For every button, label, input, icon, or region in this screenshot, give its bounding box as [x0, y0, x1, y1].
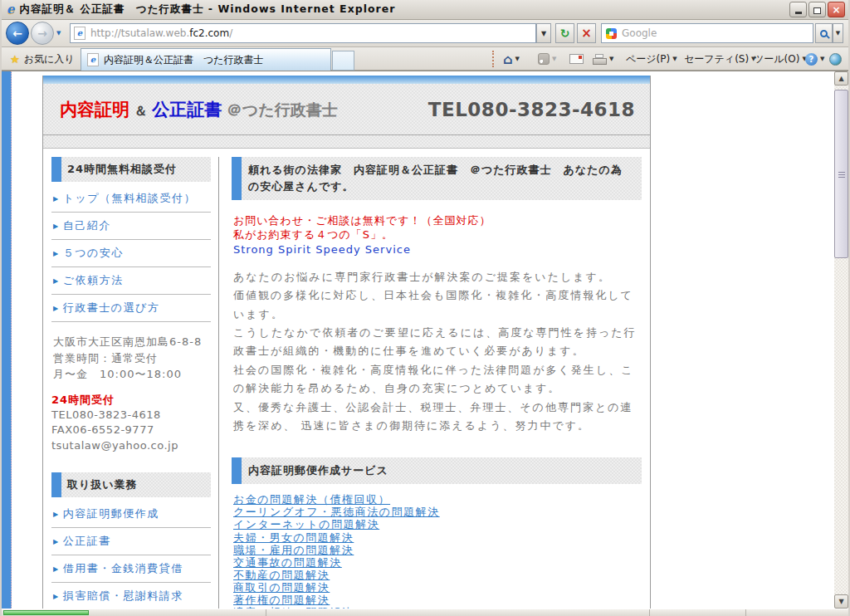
- window-title: 内容証明＆ 公正証書 つた行政書士 - Windows Internet Exp…: [20, 2, 396, 17]
- intro-header: 頼れる街の法律家 内容証明＆公正証書 ＠つた行政書士 あなたの為の安心屋さんです…: [232, 157, 642, 200]
- tools-menu-button[interactable]: ツール(O)▼: [754, 50, 807, 68]
- navigation-toolbar: ← → ▼ e http://tsutalaw.web.fc2.com/ ▼ ↻…: [2, 20, 848, 47]
- site-title-gray: ＠つた行政書士: [227, 100, 338, 119]
- globe-icon: [829, 53, 842, 66]
- help-dropdown-icon[interactable]: ▼: [820, 56, 824, 62]
- search-placeholder: Google: [622, 27, 657, 39]
- page-favicon-icon: e: [74, 27, 85, 40]
- page-viewport: 内容証明 ＆ 公正証書 ＠つた行政書士 TEL080-3823-4618 24時…: [2, 71, 848, 609]
- restore-icon: [813, 7, 821, 14]
- arrow-icon: ▶: [53, 277, 60, 285]
- arrow-icon: ▶: [53, 250, 60, 257]
- back-button[interactable]: ←: [6, 22, 29, 45]
- history-dropdown-icon[interactable]: ▼: [56, 30, 61, 37]
- star-icon: ★: [10, 53, 20, 66]
- refresh-button[interactable]: ↻: [555, 23, 574, 43]
- page-menu-label: ページ(P): [626, 52, 670, 66]
- appeal-line1: お問い合わせ・ご相談は無料です！（全国対応）: [233, 214, 642, 227]
- back-icon: ←: [12, 27, 22, 40]
- sidebar-section2-header: 取り扱い業務: [51, 472, 211, 497]
- home-dropdown-icon[interactable]: ▼: [515, 56, 519, 62]
- print-dropdown-icon[interactable]: ▼: [609, 56, 613, 62]
- always-open-label: 24時間受付: [51, 393, 211, 408]
- service-link-list: お金の問題解決（債権回収） クーリングオフ・悪徳商法の問題解決 インターネットの…: [233, 493, 642, 609]
- new-tab-button[interactable]: [332, 51, 354, 71]
- sidebar-section1-header: 24時間無料相談受付: [51, 157, 211, 182]
- home-button[interactable]: ⌂▼: [503, 50, 520, 68]
- search-input[interactable]: Google: [601, 23, 813, 43]
- scrollbar-grip-icon: [838, 172, 845, 173]
- paragraph: 社会の国際化・複雑化・高度情報化に伴った法律問題が多く発生し、この解決能力を昂め…: [233, 361, 642, 398]
- forward-button[interactable]: →: [31, 22, 54, 45]
- service-link-coolingoff[interactable]: クーリングオフ・悪徳商法の問題解決: [233, 506, 440, 518]
- site-subheader-strip: [43, 135, 650, 149]
- page-top-blue-bar: [43, 76, 650, 84]
- sidebar-link-erabikata[interactable]: ▶行政書士の選び方: [51, 295, 211, 322]
- restore-button[interactable]: [808, 2, 826, 17]
- rss-feed-icon: [538, 53, 550, 65]
- service-link-traffic[interactable]: 交通事故の問題解決: [233, 556, 342, 569]
- vertical-scrollbar[interactable]: ▲ ▼: [834, 71, 848, 609]
- sidebar-link-koseishosho[interactable]: ▶公正証書: [51, 528, 211, 555]
- search-dropdown-button[interactable]: ▼: [833, 23, 843, 43]
- office-address: 大阪市大正区南恩加島6-8-8 営業時間：通常受付 月〜金 10:00〜18:0…: [53, 334, 211, 383]
- sidebar-link-anshin[interactable]: ▶５つの安心: [51, 240, 211, 267]
- contact-email: tsutalaw@yahoo.co.jp: [51, 438, 211, 454]
- contact-fax: FAX06-6552-9777: [51, 423, 211, 438]
- section-marker-icon: [232, 157, 242, 200]
- forward-icon: →: [37, 27, 47, 40]
- section-marker-icon: [51, 157, 61, 182]
- arrow-icon: ▶: [53, 593, 60, 600]
- site-title: 内容証明 ＆ 公正証書 ＠つた行政書士: [60, 98, 338, 121]
- section-marker-icon: [51, 472, 61, 497]
- service-link-internet[interactable]: インターネットの問題解決: [233, 518, 379, 530]
- paragraph: 又、優秀な弁護士、公認会計士、税理士、弁理士、その他専門家との連携を深め、 迅速…: [233, 398, 642, 436]
- sidebar-link-profile[interactable]: ▶自己紹介: [51, 213, 211, 240]
- tab-favicon-icon: e: [87, 53, 99, 66]
- messenger-button[interactable]: [829, 50, 842, 68]
- close-button[interactable]: ×: [828, 2, 845, 17]
- minimize-button[interactable]: [789, 2, 807, 17]
- google-icon: [606, 28, 617, 39]
- main-content: 頼れる街の法律家 内容証明＆公正証書 ＠つた行政書士 あなたの為の安心屋さんです…: [219, 157, 650, 609]
- arrow-icon: ▶: [53, 305, 60, 312]
- service-link-money[interactable]: お金の問題解決（債権回収）: [233, 493, 390, 506]
- service-link-trade[interactable]: 商取引の問題解決: [233, 581, 330, 594]
- help-button[interactable]: ?▼: [805, 50, 824, 68]
- site-title-blue: 公正証書: [152, 100, 222, 120]
- sidebar-nav1: ▶トップ（無料相談受付） ▶自己紹介 ▶５つの安心 ▶ご依頼方法 ▶行政書士の選…: [51, 185, 211, 322]
- service-link-realestate[interactable]: 不動産の問題解決: [233, 569, 330, 581]
- favorites-button[interactable]: ★ お気に入り: [5, 50, 80, 68]
- sidebar-link-top[interactable]: ▶トップ（無料相談受付）: [51, 185, 211, 213]
- sidebar-link-shakuyosho[interactable]: ▶借用書・金銭消費貸借: [51, 555, 211, 583]
- read-mail-button[interactable]: [569, 50, 584, 68]
- service-link-couple[interactable]: 夫婦・男女の問題解決: [233, 531, 354, 544]
- site-title-red: 内容証明: [60, 100, 129, 120]
- sidebar-link-irai[interactable]: ▶ご依頼方法: [51, 267, 211, 295]
- print-button[interactable]: ▼: [593, 50, 613, 68]
- service-link-workplace[interactable]: 職場・雇用の問題解決: [233, 544, 354, 556]
- sidebar-link-naiyoshomei[interactable]: ▶内容証明郵便作成: [51, 501, 211, 528]
- active-tab[interactable]: e 内容証明＆公正証書 つた行政書士: [81, 48, 331, 71]
- commandbar-drag-handle[interactable]: [492, 51, 495, 67]
- scrollbar-thumb[interactable]: [834, 90, 848, 258]
- search-button[interactable]: [815, 23, 833, 43]
- sidebar-link-songaibaisho[interactable]: ▶損害賠償・慰謝料請求: [51, 583, 211, 609]
- scroll-down-button[interactable]: ▼: [834, 594, 848, 609]
- status-bar: [2, 609, 848, 616]
- arrow-icon: ▶: [53, 565, 60, 573]
- paragraph: こうしたなかで依頼者のご要望に応えるには、高度な専門性を持った行政書士が組織的・…: [233, 324, 642, 361]
- address-bar[interactable]: e http://tsutalaw.web.fc2.com/: [70, 23, 536, 43]
- address-url[interactable]: http://tsutalaw.web.fc2.com/: [90, 27, 232, 39]
- stop-button[interactable]: ×: [577, 23, 596, 43]
- tab-bar: ★ お気に入り e 内容証明＆公正証書 つた行政書士 ⌂▼ ▼ ▼ ページ(P)…: [2, 47, 848, 71]
- safety-menu-button[interactable]: セーフティ(S)▼: [684, 50, 756, 68]
- site-tel: TEL080-3823-4618: [428, 99, 635, 120]
- address-dropdown-button[interactable]: ▼: [536, 23, 551, 43]
- feeds-button[interactable]: ▼: [538, 50, 556, 68]
- page-menu-button[interactable]: ページ(P)▼: [626, 50, 677, 68]
- page-column: 内容証明 ＆ 公正証書 ＠つた行政書士 TEL080-3823-4618 24時…: [42, 76, 651, 609]
- scroll-up-button[interactable]: ▲: [834, 71, 848, 86]
- service-link-copyright[interactable]: 著作権の問題解決: [233, 594, 330, 606]
- printer-icon: [593, 54, 607, 65]
